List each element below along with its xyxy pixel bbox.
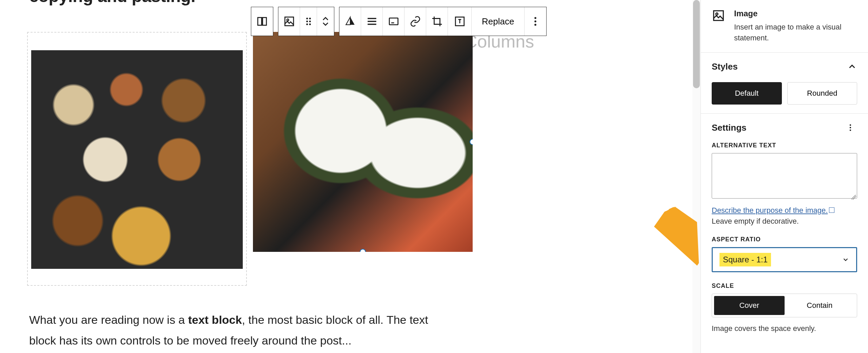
styles-panel-title: Styles xyxy=(712,61,738,72)
alt-text-helper: Leave empty if decorative. xyxy=(712,217,857,226)
editor-canvas: copying and pasting. xyxy=(0,0,701,353)
svg-rect-0 xyxy=(258,18,261,25)
crop-button[interactable] xyxy=(426,7,448,36)
svg-point-21 xyxy=(716,13,718,15)
scale-label: SCALE xyxy=(712,282,857,290)
svg-point-6 xyxy=(306,20,308,22)
style-default-button[interactable]: Default xyxy=(712,82,782,105)
block-name: Image xyxy=(734,9,857,18)
column-2-selected[interactable] xyxy=(253,32,473,286)
svg-point-17 xyxy=(535,20,537,22)
svg-point-24 xyxy=(850,130,851,131)
external-link-icon xyxy=(829,207,834,213)
svg-point-16 xyxy=(535,17,537,19)
sushi-photo xyxy=(253,32,473,252)
image-block-icon xyxy=(712,9,725,22)
caption-button[interactable] xyxy=(383,7,405,36)
alt-text-input[interactable] xyxy=(712,153,857,199)
svg-rect-2 xyxy=(285,17,294,26)
style-rounded-button[interactable]: Rounded xyxy=(787,82,857,105)
block-description: Insert an image to make a visual stateme… xyxy=(734,22,857,43)
chevron-up-icon[interactable] xyxy=(847,61,857,72)
svg-point-22 xyxy=(850,125,851,126)
heading-fragment: copying and pasting. xyxy=(29,0,687,6)
chevron-down-icon xyxy=(842,256,849,263)
styles-panel: Styles Default Rounded xyxy=(701,53,868,114)
svg-point-18 xyxy=(535,24,537,26)
svg-point-8 xyxy=(306,23,308,25)
block-inspector-sidebar: Image Insert an image to make a visual s… xyxy=(701,0,868,353)
image-2[interactable] xyxy=(253,32,473,252)
link-button[interactable] xyxy=(405,7,426,36)
svg-point-4 xyxy=(306,18,308,19)
paragraph-bold: text block xyxy=(188,313,242,326)
food-plates-photo xyxy=(31,50,243,269)
textarea-resize-grip[interactable] xyxy=(851,195,856,200)
image-1[interactable] xyxy=(31,50,243,269)
columns-block xyxy=(27,32,687,286)
alt-text-help-link[interactable]: Describe the purpose of the image. xyxy=(712,206,834,215)
editor-scrollbar-thumb[interactable] xyxy=(693,0,700,88)
editor-scrollbar-track[interactable] xyxy=(692,0,701,353)
alt-text-help-label: Describe the purpose of the image. xyxy=(712,206,828,215)
paragraph-part-1: What you are reading now is a xyxy=(29,313,188,326)
column-1[interactable] xyxy=(27,32,247,286)
svg-point-9 xyxy=(309,23,311,25)
aspect-ratio-value: Square - 1:1 xyxy=(719,253,771,266)
settings-panel-title: Settings xyxy=(712,123,747,133)
settings-panel: Settings ALTERNATIVE TEXT Describe the p… xyxy=(701,114,868,342)
text-overlay-button[interactable] xyxy=(448,7,472,36)
move-up-down-button[interactable] xyxy=(317,7,334,36)
block-type-button[interactable] xyxy=(278,7,300,36)
block-toolbar: Replace xyxy=(251,7,547,36)
scale-helper: Image covers the space evenly. xyxy=(712,324,857,333)
align-button[interactable] xyxy=(361,7,383,36)
more-options-button[interactable] xyxy=(525,7,546,36)
block-card: Image Insert an image to make a visual s… xyxy=(701,0,868,53)
svg-rect-20 xyxy=(714,11,724,21)
aspect-ratio-label: ASPECT RATIO xyxy=(712,236,857,243)
svg-point-5 xyxy=(309,18,311,19)
svg-point-3 xyxy=(287,19,289,21)
svg-point-7 xyxy=(309,20,311,22)
scale-segmented: Cover Contain xyxy=(712,294,857,317)
paragraph-block[interactable]: What you are reading now is a text block… xyxy=(29,310,456,351)
alt-text-label: ALTERNATIVE TEXT xyxy=(712,142,857,149)
duotone-button[interactable] xyxy=(339,7,361,36)
settings-more-button[interactable] xyxy=(844,123,857,132)
replace-button[interactable]: Replace xyxy=(472,7,525,36)
drag-handle[interactable] xyxy=(300,7,317,36)
scale-cover-button[interactable]: Cover xyxy=(714,296,785,315)
scale-contain-button[interactable]: Contain xyxy=(785,296,855,315)
aspect-ratio-select[interactable]: Square - 1:1 xyxy=(712,247,857,272)
svg-rect-1 xyxy=(262,18,266,25)
svg-rect-13 xyxy=(389,18,398,25)
svg-point-23 xyxy=(850,127,851,128)
parent-block-button[interactable] xyxy=(251,7,273,36)
